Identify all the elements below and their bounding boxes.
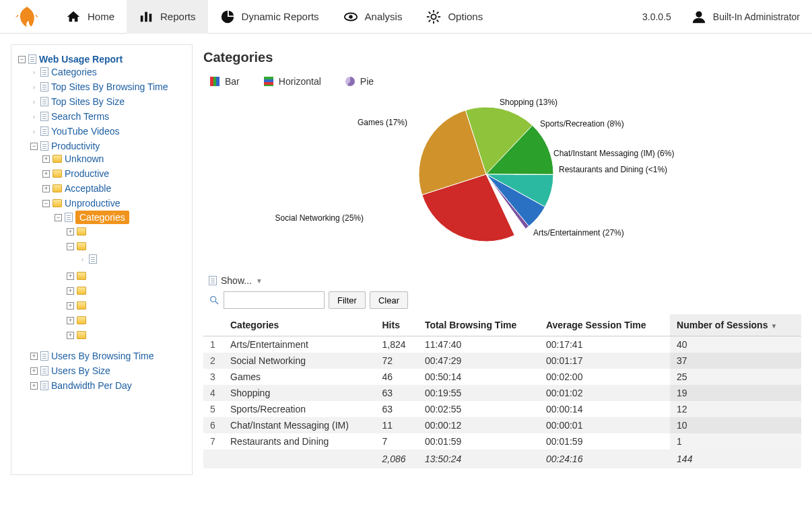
tree-bandwidth[interactable]: +Bandwidth Per Day	[30, 378, 189, 393]
svg-point-4	[349, 15, 353, 19]
col-categories[interactable]: Categories	[224, 314, 376, 336]
cell-index: 4	[203, 385, 224, 401]
tree-unknown[interactable]: +Unknown	[42, 151, 189, 166]
tab-horizontal[interactable]: Horizontal	[264, 76, 321, 87]
col-avg-session[interactable]: Average Session Time	[539, 314, 670, 336]
cell-sessions: 25	[670, 369, 801, 385]
expand-icon[interactable]: +	[42, 185, 50, 192]
tree-productivity[interactable]: −Productivity +Unknown +Productive +Acce…	[30, 139, 189, 349]
filter-button[interactable]: Filter	[329, 291, 366, 309]
nav-home[interactable]: Home	[54, 0, 127, 34]
expand-icon[interactable]: +	[67, 317, 74, 324]
col-hits[interactable]: Hits	[376, 314, 418, 336]
tree-label: Arts/Entertainment	[89, 226, 167, 237]
report-icon	[28, 55, 36, 64]
show-menu[interactable]: Show... ▼	[209, 275, 801, 286]
page-icon	[40, 126, 48, 136]
page-icon	[65, 213, 73, 222]
total-time: 13:50:24	[418, 449, 539, 468]
page-icon	[40, 381, 48, 390]
nav-analysis[interactable]: Analysis	[331, 0, 415, 34]
expand-icon[interactable]: ›	[30, 128, 38, 135]
collapse-icon[interactable]: −	[18, 56, 26, 63]
cell-avg-session: 00:17:41	[539, 336, 670, 353]
table-row[interactable]: 2Social Networking7200:47:2900:01:1737	[203, 353, 801, 369]
page-icon	[40, 351, 48, 361]
cell-category: Shopping	[224, 385, 376, 401]
expand-icon[interactable]: ›	[30, 69, 38, 76]
page-title: Categories	[203, 50, 801, 65]
nav-options[interactable]: Options	[414, 0, 495, 34]
col-sessions[interactable]: Number of Sessions▼	[670, 314, 801, 336]
tree-root[interactable]: −Web Usage Report ›Categories ›Top Sites…	[18, 52, 189, 395]
tree-chat[interactable]: +Chat/Instant Messag	[67, 313, 189, 328]
expand-icon[interactable]: +	[30, 382, 38, 390]
tree-acceptable[interactable]: +Acceptable	[42, 181, 189, 196]
tree-youtube[interactable]: ›YouTube Videos	[30, 124, 189, 139]
tree-unproductive[interactable]: −Unproductive −Categories +Arts/Entertai…	[42, 196, 189, 347]
tree-users-size[interactable]: +Users By Size	[30, 363, 189, 378]
table-row[interactable]: 5Sports/Recreation6300:02:5500:00:1412	[203, 401, 801, 417]
nav-dynamic-reports[interactable]: Dynamic Reports	[208, 0, 331, 34]
tree-top-sites-size[interactable]: ›Top Sites By Size	[30, 94, 189, 109]
expand-icon[interactable]: +	[30, 367, 38, 375]
tree-label: Social Networking	[89, 241, 164, 252]
table-row[interactable]: 1Arts/Entertainment1,82411:47:4000:17:41…	[203, 336, 801, 353]
expand-icon[interactable]: +	[67, 287, 74, 295]
cell-sessions: 40	[670, 336, 801, 353]
table-row[interactable]: 3Games4600:50:1400:02:0025	[203, 369, 801, 385]
tree-categories[interactable]: ›Categories	[30, 65, 189, 79]
collapse-icon[interactable]: −	[42, 200, 50, 207]
tree-productive[interactable]: +Productive	[42, 166, 189, 181]
table-row[interactable]: 4Shopping6300:19:5500:01:0219	[203, 385, 801, 401]
expand-icon[interactable]: ›	[30, 83, 38, 91]
expand-icon[interactable]: ›	[30, 113, 38, 120]
tab-pie[interactable]: Pie	[345, 76, 374, 87]
nav-options-label: Options	[448, 11, 483, 22]
expand-icon[interactable]: +	[67, 273, 74, 280]
tree-games[interactable]: +Games	[67, 298, 189, 313]
cell-hits: 46	[376, 369, 418, 385]
tree-restaurants[interactable]: +Restaurants and Dini	[67, 328, 189, 342]
tree-social-topsites[interactable]: ›Top Sites By Brow	[79, 252, 189, 266]
col-index[interactable]	[203, 314, 224, 336]
folder-icon	[77, 301, 86, 310]
nav-reports[interactable]: Reports	[127, 0, 208, 34]
expand-icon[interactable]: +	[67, 302, 74, 310]
tree-unprod-categories[interactable]: −Categories +Arts/Entertainment −Social …	[55, 209, 189, 345]
expand-icon[interactable]: +	[42, 155, 50, 163]
nav-analysis-label: Analysis	[365, 11, 403, 22]
col-total-time[interactable]: Total Browsing Time	[418, 314, 539, 336]
expand-icon[interactable]: +	[30, 353, 38, 360]
expand-icon[interactable]: +	[42, 170, 50, 178]
bar-chart-icon	[210, 77, 219, 86]
collapse-icon[interactable]: −	[30, 143, 38, 150]
tree-sports[interactable]: +Sports/Recreation	[67, 268, 189, 283]
current-user[interactable]: Built-In Administrator	[713, 11, 800, 22]
expand-icon[interactable]: ›	[79, 256, 86, 263]
total-avg: 00:24:16	[539, 449, 670, 468]
app-version: 3.0.0.5	[642, 11, 671, 22]
expand-icon[interactable]: +	[67, 228, 74, 236]
cell-avg-session: 00:01:17	[539, 353, 670, 369]
collapse-icon[interactable]: −	[55, 214, 62, 221]
sort-desc-icon: ▼	[770, 322, 777, 330]
tree-users-time[interactable]: +Users By Browsing Time	[30, 349, 189, 363]
tree-shopping[interactable]: +Shopping	[67, 283, 189, 298]
clear-button[interactable]: Clear	[370, 291, 408, 309]
tree-search-terms[interactable]: ›Search Terms	[30, 109, 189, 124]
tree-label: Games	[89, 300, 119, 311]
table-row[interactable]: 6Chat/Instant Messaging (IM)1100:00:1200…	[203, 417, 801, 433]
cell-category: Sports/Recreation	[224, 401, 376, 417]
collapse-icon[interactable]: −	[67, 243, 74, 250]
table-row[interactable]: 7Restaurants and Dining700:01:5900:01:59…	[203, 433, 801, 449]
tree-social[interactable]: −Social Networking ›Top Sites By Brow	[67, 239, 189, 268]
expand-icon[interactable]: ›	[30, 98, 38, 106]
search-icon	[209, 295, 219, 305]
expand-icon[interactable]: +	[67, 332, 74, 339]
cell-hits: 1,824	[376, 336, 418, 353]
tab-bar[interactable]: Bar	[210, 76, 240, 87]
tree-arts[interactable]: +Arts/Entertainment	[67, 224, 189, 239]
filter-input[interactable]	[224, 291, 325, 309]
tree-top-sites-time[interactable]: ›Top Sites By Browsing Time	[30, 79, 189, 94]
